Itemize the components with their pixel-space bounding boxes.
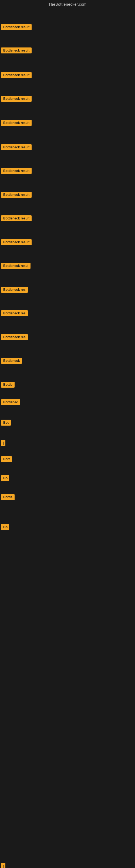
result-row: Bottleneck result bbox=[1, 192, 32, 199]
result-row: Bottleneck result bbox=[1, 144, 32, 151]
bottleneck-badge[interactable]: Bo bbox=[1, 524, 9, 530]
site-title: TheBottlenecker.com bbox=[0, 0, 135, 9]
result-row: Bo bbox=[1, 524, 9, 531]
result-row: Bottlenec bbox=[1, 399, 20, 406]
result-row: Bottle bbox=[1, 494, 14, 501]
result-row: Bottleneck result bbox=[1, 168, 32, 175]
result-row: Bottleneck resul bbox=[1, 263, 31, 270]
result-row: Bottleneck result bbox=[1, 48, 32, 55]
result-row: | bbox=[1, 440, 5, 447]
result-row: Bottleneck result bbox=[1, 120, 32, 127]
badges-container: Bottleneck resultBottleneck resultBottle… bbox=[0, 9, 135, 868]
bottleneck-badge[interactable]: Bottleneck result bbox=[1, 24, 32, 30]
bottleneck-badge[interactable]: Bottleneck result bbox=[1, 192, 32, 198]
bottleneck-badge[interactable]: Bottleneck result bbox=[1, 144, 32, 150]
result-row: Bot bbox=[1, 420, 11, 427]
result-row: Bottleneck res bbox=[1, 334, 28, 341]
bottleneck-badge[interactable]: Bottleneck resul bbox=[1, 263, 31, 269]
result-row: | bbox=[1, 863, 5, 868]
bottleneck-badge[interactable]: Bottleneck bbox=[1, 358, 22, 364]
bottleneck-badge[interactable]: Bottleneck result bbox=[1, 168, 32, 174]
result-row: Bottleneck res bbox=[1, 310, 28, 317]
result-row: Bottleneck result bbox=[1, 215, 32, 222]
bottleneck-badge[interactable]: Bottleneck result bbox=[1, 96, 32, 102]
result-row: Bottleneck res bbox=[1, 287, 28, 294]
bottleneck-badge[interactable]: Bottleneck result bbox=[1, 215, 32, 221]
bottleneck-badge[interactable]: Bottleneck res bbox=[1, 334, 28, 340]
bottleneck-badge[interactable]: Bottleneck res bbox=[1, 310, 28, 316]
bottleneck-badge[interactable]: Bott bbox=[1, 456, 12, 462]
bottleneck-badge[interactable]: | bbox=[1, 863, 5, 868]
bottleneck-badge[interactable]: Bottleneck result bbox=[1, 120, 32, 126]
bottleneck-badge[interactable]: Bottlenec bbox=[1, 399, 20, 405]
result-row: Bottleneck result bbox=[1, 72, 32, 79]
bottleneck-badge[interactable]: Bot bbox=[1, 420, 11, 426]
result-row: Bottleneck result bbox=[1, 239, 32, 246]
result-row: Bottleneck result bbox=[1, 96, 32, 103]
bottleneck-badge[interactable]: Bo bbox=[1, 475, 9, 481]
bottleneck-badge[interactable]: Bottleneck result bbox=[1, 239, 32, 245]
result-row: Bottleneck result bbox=[1, 24, 32, 31]
bottleneck-badge[interactable]: Bottle bbox=[1, 382, 14, 388]
result-row: Bott bbox=[1, 456, 12, 463]
result-row: Bottleneck bbox=[1, 358, 22, 365]
bottleneck-badge[interactable]: Bottleneck res bbox=[1, 287, 28, 293]
bottleneck-badge[interactable]: Bottleneck result bbox=[1, 48, 32, 54]
result-row: Bo bbox=[1, 475, 9, 482]
bottleneck-badge[interactable]: Bottle bbox=[1, 494, 14, 500]
result-row: Bottle bbox=[1, 382, 14, 389]
bottleneck-badge[interactable]: | bbox=[1, 440, 5, 446]
bottleneck-badge[interactable]: Bottleneck result bbox=[1, 72, 32, 78]
